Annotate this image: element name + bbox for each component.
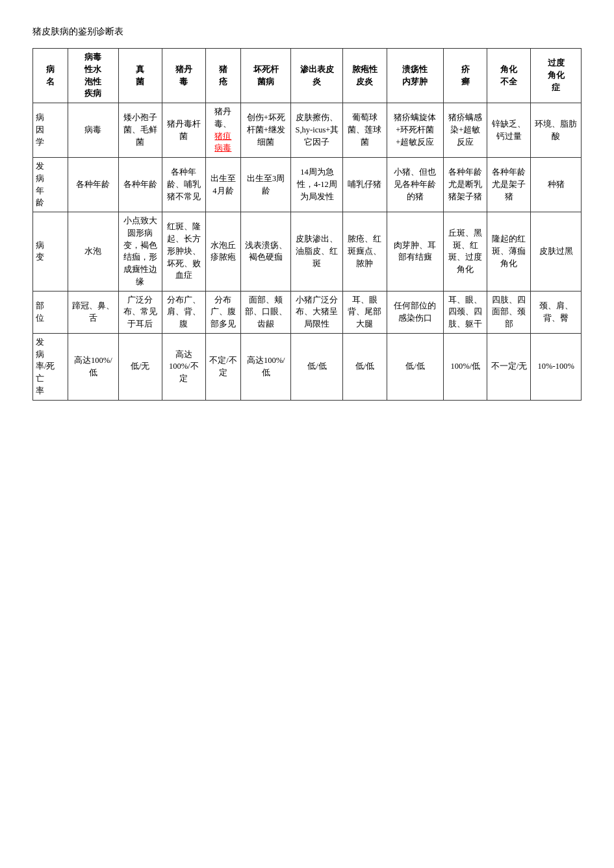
table-cell: 小猪、但也见各种年龄的猪 [387,158,444,212]
table-cell: 100%/低 [444,333,487,400]
table-cell: 广泛分布、常见于耳后 [118,291,162,333]
table-cell: 浅表溃疡、褐色硬痂 [240,212,290,291]
col-header-virus: 病毒性水泡性疾病 [68,49,118,103]
table-cell: 皮肤过黑 [531,212,582,291]
table-cell: 水泡丘疹脓疱 [205,212,240,291]
col-header-fungus: 真菌 [118,49,162,103]
header-row: 病名 病毒性水泡性疾病 真菌 猪丹毒 猪疮 坏死杆菌病 渗出表皮炎 脓疱性皮炎 … [33,49,582,103]
table-cell: 出生至4月龄 [205,158,240,212]
table-cell: 皮肤擦伤、S,hy-icus+其它因子 [291,103,343,158]
table-cell: 蹄冠、鼻、舌 [68,291,118,333]
table-cell: 各种年龄 [68,158,118,212]
table-cell: 分布广、肩、背、腹 [162,291,205,333]
table-cell: 高达100%/低 [68,333,118,400]
table-cell: 面部、颊部、口眼、齿龈 [240,291,290,333]
table-cell: 低/无 [118,333,162,400]
table-cell: 小猪广泛分布、大猪呈局限性 [291,291,343,333]
table-cell: 各种年龄 [118,158,162,212]
table-cell: 10%-100% [531,333,582,400]
table-cell: 耳、眼背、尾部大腿 [343,291,387,333]
page-title: 猪皮肤病的鉴别诊断表 [32,26,582,38]
table-cell: 红斑、隆起、长方形肿块、坏死、败血症 [162,212,205,291]
table-cell: 各种年龄尤是架子猪 [487,158,531,212]
table-cell: 猪疥螨旋体+环死杆菌+超敏反应 [387,103,444,158]
row-label: 发病年龄 [33,158,68,212]
row-label: 部位 [33,291,68,333]
table-row: 发病率/死亡率高达100%/低低/无高达100%/不定不定/不定高达100%/低… [33,333,582,400]
table-cell: 锌缺乏、钙过量 [487,103,531,158]
table-cell: 隆起的红斑、薄痂角化 [487,212,531,291]
table-cell: 丘斑、黑斑、红斑、过度角化 [444,212,487,291]
row-label: 病变 [33,212,68,291]
table-cell: 猪疥螨感染+超敏反应 [444,103,487,158]
table-cell: 14周为急性，4-12周为局发性 [291,158,343,212]
col-header-kera: 角化不全 [487,49,531,103]
col-header-pustule: 脓疱性皮炎 [343,49,387,103]
table-cell: 不一定/无 [487,333,531,400]
table-row: 发病年龄各种年龄各种年龄各种年龄、哺乳猪不常见出生至4月龄出生至3周龄14周为急… [33,158,582,212]
table-cell: 病毒 [68,103,118,158]
col-header-wet: 溃疡性内芽肿 [387,49,444,103]
table-cell: 皮肤渗出、油脂皮、红斑 [291,212,343,291]
col-header-necro: 坏死杆菌病 [240,49,290,103]
table-cell: 低/低 [291,333,343,400]
table-cell: 水泡 [68,212,118,291]
table-cell: 耳、眼、四颈、四肢、躯干 [444,291,487,333]
table-row: 部位蹄冠、鼻、舌广泛分布、常见于耳后分布广、肩、背、腹分布广、腹部多见面部、颊部… [33,291,582,333]
table-cell: 哺乳仔猪 [343,158,387,212]
table-cell: 出生至3周龄 [240,158,290,212]
table-cell: 任何部位的感染伤口 [387,291,444,333]
table-cell: 矮小孢子菌、毛鲜菌 [118,103,162,158]
col-header-seep: 渗出表皮炎 [291,49,343,103]
table-cell: 颈、肩、背、臀 [531,291,582,333]
table-cell: 葡萄球菌、莲球菌 [343,103,387,158]
row-label: 发病率/死亡率 [33,333,68,400]
col-header-disease: 病名 [33,49,68,103]
table-cell: 种猪 [531,158,582,212]
table-cell: 小点致大圆形病变，褐色结痂，形成癍性边缘 [118,212,162,291]
table-cell: 不定/不定 [205,333,240,400]
col-header-erysipelas: 猪丹毒 [162,49,205,103]
table-cell: 创伤+坏死杆菌+继发细菌 [240,103,290,158]
table-row: 病因学病毒矮小孢子菌、毛鲜菌猪丹毒杆菌猪丹毒、猪疽病毒创伤+坏死杆菌+继发细菌皮… [33,103,582,158]
table-cell: 猪丹毒杆菌 [162,103,205,158]
table-cell: 低/低 [387,333,444,400]
col-header-hyper: 过度角化症 [531,49,582,103]
table-cell: 分布广、腹部多见 [205,291,240,333]
diagnosis-table: 病名 病毒性水泡性疾病 真菌 猪丹毒 猪疮 坏死杆菌病 渗出表皮炎 脓疱性皮炎 … [32,48,582,401]
col-header-scab: 疥癣 [444,49,487,103]
table-cell: 高达100%/不定 [162,333,205,400]
table-cell: 低/低 [343,333,387,400]
table-cell: 高达100%/低 [240,333,290,400]
table-row: 病变水泡小点致大圆形病变，褐色结痂，形成癍性边缘红斑、隆起、长方形肿块、坏死、败… [33,212,582,291]
table-cell: 环境、脂肪酸 [531,103,582,158]
row-label: 病因学 [33,103,68,158]
col-header-swine: 猪疮 [205,49,240,103]
table-cell: 各种年龄、哺乳猪不常见 [162,158,205,212]
table-cell: 肉芽肿、耳部有结癍 [387,212,444,291]
table-cell: 脓疮、红斑癍点、脓肿 [343,212,387,291]
table-cell: 各种年龄尤是断乳猪架子猪 [444,158,487,212]
table-cell: 四肢、四面部、颈部 [487,291,531,333]
table-cell: 猪丹毒、猪疽病毒 [205,103,240,158]
